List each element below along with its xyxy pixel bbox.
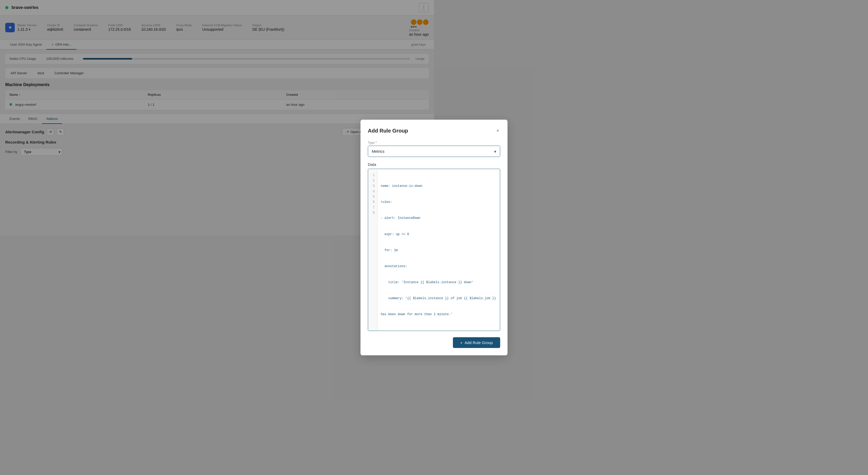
line-num-8: 8 xyxy=(371,210,375,216)
type-select-wrapper: Metrics Logs ▾ xyxy=(368,146,434,157)
add-rule-group-modal: Add Rule Group × Type * Metrics Logs ▾ D… xyxy=(361,120,434,238)
yaml-label: YAML xyxy=(371,169,381,169)
line-numbers: 1 2 3 4 5 6 7 8 xyxy=(368,170,377,238)
code-area[interactable]: name: instance-is-down rules: - alert: I… xyxy=(377,170,434,238)
line-num-6: 6 xyxy=(371,199,375,205)
line-num-2: 2 xyxy=(371,178,375,184)
modal-title: Add Rule Group xyxy=(368,128,408,134)
yaml-editor[interactable]: YAML 1 2 3 4 5 6 7 8 name: instance-is-d… xyxy=(368,169,434,238)
modal-overlay[interactable]: Add Rule Group × Type * Metrics Logs ▾ D… xyxy=(0,0,434,238)
data-section: Data YAML 1 2 3 4 5 6 7 8 name: ins xyxy=(368,162,434,238)
type-field-label: Type * xyxy=(368,141,434,145)
data-label: Data xyxy=(368,162,434,167)
code-line-2: rules: xyxy=(381,199,434,205)
yaml-content: 1 2 3 4 5 6 7 8 name: instance-is-down r… xyxy=(368,170,434,238)
code-line-4: expr: up == 0 xyxy=(381,232,434,237)
modal-header: Add Rule Group × xyxy=(368,127,434,135)
type-form-field: Type * Metrics Logs ▾ xyxy=(368,141,434,157)
code-line-1: name: instance-is-down xyxy=(381,184,434,189)
code-line-3: - alert: InstanceDown xyxy=(381,216,434,221)
line-num-1: 1 xyxy=(371,173,375,178)
type-select[interactable]: Metrics Logs xyxy=(368,146,434,157)
line-num-3: 3 xyxy=(371,184,375,189)
line-num-5: 5 xyxy=(371,194,375,199)
line-num-7: 7 xyxy=(371,205,375,210)
line-num-4: 4 xyxy=(371,189,375,194)
